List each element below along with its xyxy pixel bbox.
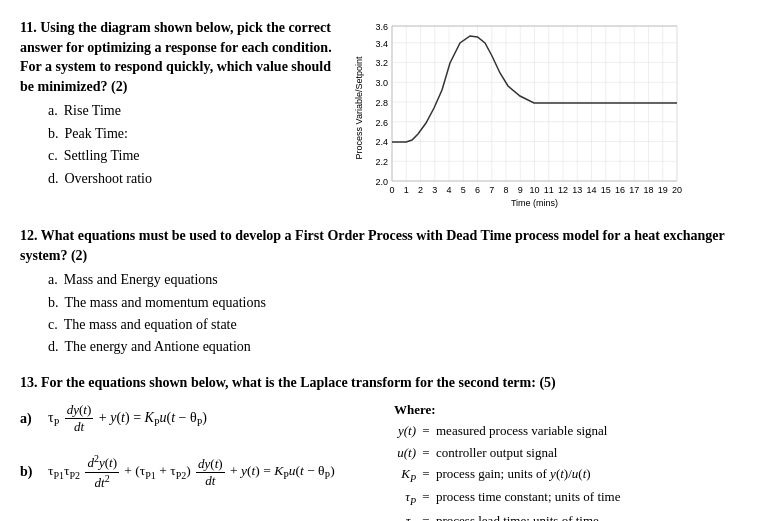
svg-text:3.6: 3.6: [375, 22, 388, 32]
svg-text:19: 19: [658, 185, 668, 195]
option-text: The energy and Antione equation: [65, 336, 251, 358]
svg-text:3.0: 3.0: [375, 78, 388, 88]
question-12: 12. What equations must be used to devel…: [20, 226, 754, 359]
list-item: b. Peak Time:: [48, 123, 340, 145]
where-row: τL = process lead time; units of time: [394, 512, 754, 521]
svg-text:3.2: 3.2: [375, 58, 388, 68]
option-letter: c.: [48, 314, 58, 336]
eq-b-math: τP1τP2 d2y(t) dt2 + (τP1 + τP2) dy(t) dt…: [48, 453, 335, 491]
option-letter: b.: [48, 123, 59, 145]
list-item: d. Overshoot ratio: [48, 168, 340, 190]
where-def: measured process variable signal: [436, 422, 754, 440]
question-13: 13. For the equations shown below, what …: [20, 373, 754, 521]
svg-text:3: 3: [432, 185, 437, 195]
option-text: Mass and Energy equations: [64, 269, 218, 291]
svg-text:20: 20: [672, 185, 682, 195]
where-def: controller output signal: [436, 444, 754, 462]
q12-options: a. Mass and Energy equations b. The mass…: [48, 269, 754, 359]
response-chart: 2.0 2.2 2.4 2.6 2.8 3.0 3.2 3.4 3.6 0 1 …: [350, 18, 690, 208]
svg-text:12: 12: [558, 185, 568, 195]
option-letter: a.: [48, 269, 58, 291]
list-item: a. Rise Time: [48, 100, 340, 122]
svg-text:2.2: 2.2: [375, 157, 388, 167]
svg-text:2: 2: [418, 185, 423, 195]
list-item: c. The mass and equation of state: [48, 314, 754, 336]
svg-text:2.8: 2.8: [375, 98, 388, 108]
svg-text:2.4: 2.4: [375, 137, 388, 147]
where-var: KP: [394, 465, 416, 486]
where-var: u(t): [394, 444, 416, 462]
eq-a-label: a): [20, 411, 40, 427]
svg-text:13: 13: [572, 185, 582, 195]
option-text: Overshoot ratio: [65, 168, 152, 190]
svg-text:14: 14: [586, 185, 596, 195]
option-letter: d.: [48, 168, 59, 190]
svg-text:4: 4: [446, 185, 451, 195]
list-item: c. Settling Time: [48, 145, 340, 167]
option-text: Settling Time: [64, 145, 140, 167]
where-def: process time constant; units of time: [436, 488, 754, 509]
q11-options: a. Rise Time b. Peak Time: c. Settling T…: [48, 100, 340, 190]
chart-area: 2.0 2.2 2.4 2.6 2.8 3.0 3.2 3.4 3.6 0 1 …: [350, 18, 754, 212]
option-text: The mass and momentum equations: [65, 292, 266, 314]
svg-text:2.6: 2.6: [375, 118, 388, 128]
equation-b-row: b) τP1τP2 d2y(t) dt2 + (τP1 + τP2) dy(t)…: [20, 453, 380, 491]
option-text: Peak Time:: [65, 123, 128, 145]
option-text: The mass and equation of state: [64, 314, 237, 336]
svg-text:Time (mins): Time (mins): [511, 198, 558, 208]
svg-text:Process Variable/Setpoint: Process Variable/Setpoint: [354, 56, 364, 159]
where-var: τP: [394, 488, 416, 509]
where-area: Where: y(t) = measured process variable …: [394, 402, 754, 521]
svg-text:8: 8: [503, 185, 508, 195]
where-row: τP = process time constant; units of tim…: [394, 488, 754, 509]
q12-title: 12. What equations must be used to devel…: [20, 226, 754, 265]
option-text: Rise Time: [64, 100, 121, 122]
eq-b-label: b): [20, 464, 40, 480]
where-def: process lead time; units of time: [436, 512, 754, 521]
svg-text:16: 16: [615, 185, 625, 195]
where-var: τL: [394, 512, 416, 521]
svg-text:11: 11: [544, 185, 554, 195]
q13-title: 13. For the equations shown below, what …: [20, 373, 754, 393]
svg-text:18: 18: [643, 185, 653, 195]
where-row: KP = process gain; units of y(t)/u(t): [394, 465, 754, 486]
svg-text:0: 0: [389, 185, 394, 195]
svg-text:5: 5: [461, 185, 466, 195]
eq-a-math: τP dy(t) dt + y(t) = KPu(t − θP): [48, 402, 207, 435]
list-item: d. The energy and Antione equation: [48, 336, 754, 358]
svg-text:7: 7: [489, 185, 494, 195]
svg-text:6: 6: [475, 185, 480, 195]
svg-text:15: 15: [601, 185, 611, 195]
where-row: y(t) = measured process variable signal: [394, 422, 754, 440]
question-11: 11. Using the diagram shown below, pick …: [20, 18, 754, 212]
where-title: Where:: [394, 402, 754, 418]
equations-area: a) τP dy(t) dt + y(t) = KPu(t − θP) b) τ…: [20, 402, 380, 521]
equation-a-row: a) τP dy(t) dt + y(t) = KPu(t − θP): [20, 402, 380, 435]
where-def: process gain; units of y(t)/u(t): [436, 465, 754, 486]
option-letter: b.: [48, 292, 59, 314]
option-letter: a.: [48, 100, 58, 122]
where-row: u(t) = controller output signal: [394, 444, 754, 462]
svg-text:9: 9: [518, 185, 523, 195]
svg-text:10: 10: [529, 185, 539, 195]
list-item: a. Mass and Energy equations: [48, 269, 754, 291]
option-letter: d.: [48, 336, 59, 358]
where-var: y(t): [394, 422, 416, 440]
list-item: b. The mass and momentum equations: [48, 292, 754, 314]
option-letter: c.: [48, 145, 58, 167]
svg-text:1: 1: [404, 185, 409, 195]
svg-text:17: 17: [629, 185, 639, 195]
svg-text:3.4: 3.4: [375, 39, 388, 49]
q11-title: 11. Using the diagram shown below, pick …: [20, 18, 340, 96]
svg-text:2.0: 2.0: [375, 177, 388, 187]
